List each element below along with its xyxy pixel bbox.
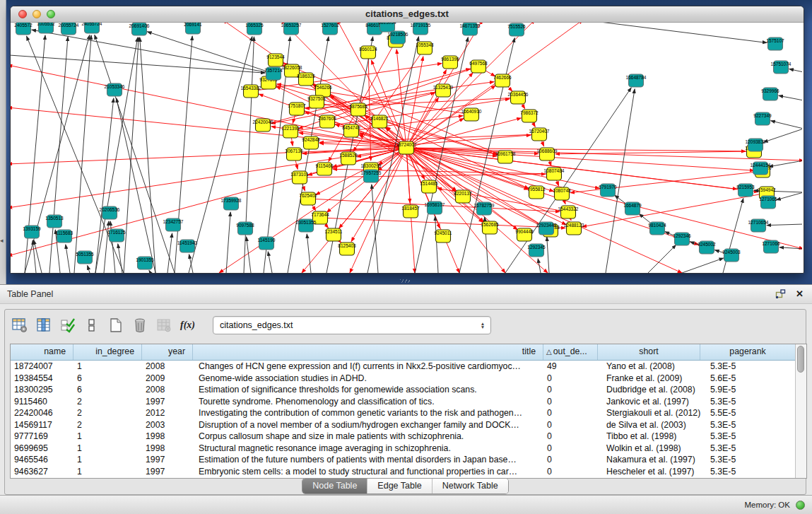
network-node[interactable]: 8125403 xyxy=(338,243,356,255)
network-node[interactable]: 1292346 xyxy=(673,233,691,245)
table-cell[interactable]: 0 xyxy=(543,373,598,385)
table-cell[interactable]: Corpus callosum shape and size in male p… xyxy=(193,431,543,443)
network-node[interactable]: 2405572 xyxy=(14,23,33,35)
close-panel-icon[interactable]: ✕ xyxy=(796,289,804,298)
table-cell[interactable]: Tibbo et al. (1998) xyxy=(598,431,700,443)
network-node[interactable]: 9904448 xyxy=(515,228,534,241)
network-node[interactable]: 9245011 xyxy=(435,230,452,243)
table-cell[interactable]: 5.9E-5 xyxy=(700,384,795,396)
network-node[interactable]: 1751807 xyxy=(288,103,306,115)
network-node[interactable]: 7986372 xyxy=(520,110,539,122)
create-table-icon[interactable] xyxy=(107,317,124,334)
table-cell[interactable]: 1 xyxy=(73,443,142,455)
table-cell[interactable]: 0 xyxy=(543,454,598,466)
network-edge[interactable] xyxy=(538,259,541,273)
table-cell[interactable]: 5.5E-5 xyxy=(700,407,795,419)
network-node[interactable]: 1145190 xyxy=(258,237,276,250)
network-edge[interactable] xyxy=(406,70,447,148)
table-cell[interactable]: Disruption of a novel member of a sodium… xyxy=(193,419,543,431)
table-cell[interactable]: 5.3E-5 xyxy=(700,431,795,443)
network-node[interactable]: 1080748 xyxy=(553,187,571,200)
table-cell[interactable]: 5.3E-5 xyxy=(700,361,795,373)
network-node[interactable]: 2867608 xyxy=(318,115,336,128)
table-cell[interactable]: 5.3E-5 xyxy=(700,454,795,466)
network-edge[interactable] xyxy=(66,245,70,273)
network-node[interactable]: 3067130 xyxy=(285,148,303,160)
table-cell[interactable]: 14569117 xyxy=(11,419,73,431)
column-header-title[interactable]: title xyxy=(193,344,543,360)
network-edge[interactable] xyxy=(33,240,36,273)
network-node[interactable]: 15751074 xyxy=(771,61,792,74)
network-node[interactable]: 17359928 xyxy=(221,197,242,210)
network-edge[interactable] xyxy=(777,192,802,200)
network-node[interactable]: 11451943 xyxy=(177,240,198,252)
table-cell[interactable]: 2 xyxy=(73,396,142,408)
table-cell[interactable]: Stergiakouli et al. (2012) xyxy=(598,407,700,419)
network-node[interactable]: 1562685 xyxy=(481,221,499,234)
network-node[interactable]: 10653257 xyxy=(281,23,302,35)
network-edge[interactable] xyxy=(307,234,311,273)
table-cell[interactable]: Dudbridge et al. (2008) xyxy=(598,384,700,396)
network-edge[interactable] xyxy=(555,151,754,154)
column-header-in-degree[interactable]: in_degree xyxy=(73,344,142,360)
network-edge[interactable] xyxy=(268,252,272,273)
column-header-pagerank[interactable]: pagerank xyxy=(700,344,795,360)
network-node[interactable]: 23051355 xyxy=(296,219,317,232)
network-node[interactable]: 22420046 xyxy=(253,119,273,132)
network-node[interactable]: 1716125 xyxy=(107,229,126,242)
network-node[interactable]: 12488123 xyxy=(564,222,584,235)
table-cell[interactable]: Jankovic et al. (1997) xyxy=(598,396,700,408)
table-cell[interactable]: 9115460 xyxy=(11,396,73,408)
network-node[interactable]: 9327508 xyxy=(307,95,326,108)
column-header-year[interactable]: year xyxy=(142,344,193,360)
table-row[interactable]: 946554611997Estimation of the future num… xyxy=(11,454,795,466)
table-cell[interactable]: 9699695 xyxy=(11,443,73,455)
table-cell[interactable]: 0 xyxy=(543,396,598,408)
network-node[interactable]: 14671355 xyxy=(460,23,481,35)
network-node[interactable]: 9146821 xyxy=(370,115,389,128)
network-edge[interactable] xyxy=(149,270,151,273)
network-node[interactable]: 9227349 xyxy=(753,112,772,125)
network-node[interactable]: 20206536 xyxy=(100,206,120,219)
network-edge[interactable] xyxy=(789,69,802,72)
network-node[interactable]: 7515526 xyxy=(507,23,526,36)
network-node[interactable]: 20055724 xyxy=(59,23,79,35)
table-cell[interactable]: 5.3E-5 xyxy=(700,443,795,455)
table-cell[interactable]: 6 xyxy=(73,384,142,396)
network-node[interactable]: 1115683 xyxy=(56,230,73,243)
table-cell[interactable]: Genome-wide association studies in ADHD. xyxy=(193,373,543,385)
delete-table-icon[interactable] xyxy=(131,317,148,334)
table-cell[interactable]: 49 xyxy=(543,361,598,373)
network-node[interactable]: 10688609 xyxy=(537,148,558,160)
panel-splitter-handle[interactable] xyxy=(400,279,410,283)
function-builder-icon[interactable]: f(x) xyxy=(179,317,196,334)
table-cell[interactable]: 2 xyxy=(73,419,142,431)
table-cell[interactable]: 1 xyxy=(73,466,142,478)
table-cell[interactable]: 22420046 xyxy=(11,407,73,419)
network-node[interactable]: 7546266 xyxy=(314,84,332,97)
network-node[interactable]: 1055348 xyxy=(416,42,434,54)
network-edge[interactable] xyxy=(175,36,192,273)
network-node[interactable]: 1901355 xyxy=(136,257,154,269)
scrollbar-thumb[interactable] xyxy=(797,346,804,373)
network-node[interactable]: 8813054 xyxy=(378,23,396,32)
network-node[interactable]: 6497568 xyxy=(469,60,488,73)
table-cell[interactable]: 5.3E-5 xyxy=(700,419,795,431)
network-node[interactable]: 1393159 xyxy=(23,226,41,238)
table-row[interactable]: 1456911722003Disruption of a novel membe… xyxy=(11,419,795,431)
network-edge[interactable] xyxy=(570,171,763,193)
network-canvas[interactable]: 1872400791235441822605893275051654338281… xyxy=(11,23,802,273)
select-visible-columns-icon[interactable] xyxy=(59,317,76,334)
network-edge[interactable] xyxy=(147,32,273,74)
network-node[interactable]: 10807484 xyxy=(544,168,565,180)
network-node[interactable]: 1271065 xyxy=(759,196,777,209)
table-cell[interactable]: 19384554 xyxy=(11,373,73,385)
table-cell[interactable]: Hescheler et al. (1997) xyxy=(598,466,700,478)
network-node[interactable]: 5875685 xyxy=(349,103,367,116)
table-row[interactable]: 969969511998Structural magnetic resonanc… xyxy=(11,443,795,455)
table-cell[interactable]: 1998 xyxy=(142,431,193,443)
network-node[interactable]: 6791970 xyxy=(599,184,617,197)
column-header-short[interactable]: short xyxy=(598,344,700,360)
network-node[interactable]: 1221393 xyxy=(281,125,300,138)
network-edge[interactable] xyxy=(582,193,767,227)
